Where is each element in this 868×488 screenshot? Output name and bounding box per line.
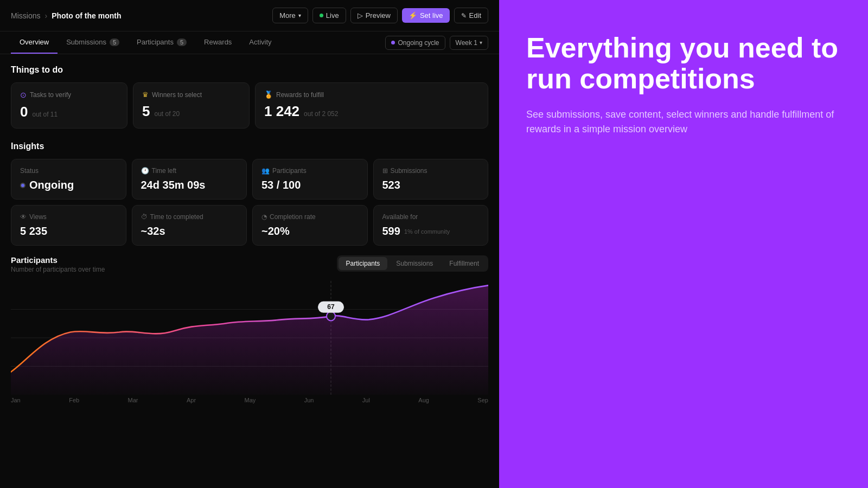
- status-value: Ongoing: [20, 179, 117, 191]
- tab-submissions[interactable]: Submissions 5: [58, 31, 128, 54]
- tab-rewards[interactable]: Rewards: [195, 31, 240, 54]
- month-mar: Mar: [128, 397, 138, 403]
- tasks-value: 0 out of 11: [20, 104, 118, 120]
- todo-card-rewards: 🏅 Rewards to fulfill 1 242 out of 2 052: [255, 82, 488, 129]
- clock-icon: 🕐: [141, 167, 149, 175]
- preview-button[interactable]: ▷ Preview: [350, 8, 398, 23]
- chart-tooltip-dot: [327, 312, 335, 321]
- cycle-dot-icon: [391, 41, 395, 44]
- clock2-icon: ⏱: [141, 213, 148, 221]
- grid-icon: ⊞: [382, 167, 388, 175]
- month-apr: Apr: [187, 397, 196, 403]
- week-button[interactable]: Week 1 ▾: [450, 36, 488, 50]
- left-panel: Missions › Photo of the month More ▾ Liv…: [0, 0, 499, 488]
- tabs-bar: Overview Submissions 5 Participants 5 Re…: [0, 31, 499, 54]
- insights-row1: Status Ongoing 🕐 Time left 24d 35m 09s: [11, 159, 488, 200]
- chart-subtitle: Number of participants over time: [11, 266, 105, 273]
- submissions-label: ⊞ Submissions: [382, 167, 480, 175]
- status-dot-icon: [20, 183, 25, 188]
- pie-icon: ◔: [261, 213, 267, 221]
- pencil-icon: ✎: [461, 12, 467, 20]
- views-value: 5 235: [20, 225, 117, 237]
- month-may: May: [244, 397, 256, 403]
- play-icon: ▷: [358, 11, 363, 20]
- tab-overview-label: Overview: [20, 38, 49, 46]
- check-circle-icon: ⊙: [20, 91, 27, 99]
- chevron-down-icon: ▾: [298, 12, 301, 18]
- set-live-label: Set live: [420, 11, 443, 20]
- eye-icon: 👁: [20, 213, 27, 221]
- tab-overview[interactable]: Overview: [11, 31, 58, 54]
- tab-submissions-badge: 5: [110, 38, 119, 46]
- chart-tooltip-value: 67: [327, 303, 334, 311]
- users-icon: 👥: [261, 167, 270, 175]
- live-label: Live: [326, 11, 339, 20]
- breadcrumb-current: Photo of the month: [52, 11, 121, 20]
- todo-card-winners: ♛ Winners to select 5 out of 20: [133, 82, 250, 129]
- month-aug: Aug: [418, 397, 429, 403]
- month-sep: Sep: [477, 397, 488, 403]
- insights-row2: 👁 Views 5 235 ⏱ Time to completed ~32s: [11, 205, 488, 246]
- set-live-button[interactable]: ⚡ Set live: [402, 8, 450, 23]
- winners-value: 5 out of 20: [142, 103, 240, 120]
- right-panel: Everything you need to run competitions …: [499, 0, 868, 488]
- live-button[interactable]: Live: [312, 8, 346, 23]
- todo-grid: ⊙ Tasks to verify 0 out of 11 ♛ Winners …: [11, 82, 488, 129]
- live-dot-icon: [320, 14, 323, 17]
- tab-participants[interactable]: Participants 5: [128, 31, 195, 54]
- tab-submissions-label: Submissions: [66, 38, 106, 46]
- tab-participants-badge: 5: [177, 38, 187, 46]
- insight-timeleft: 🕐 Time left 24d 35m 09s: [132, 159, 247, 200]
- insight-available: Available for 599 1% of community: [373, 205, 489, 246]
- insight-participants: 👥 Participants 53 / 100: [252, 159, 368, 200]
- insight-submissions: ⊞ Submissions 523: [373, 159, 489, 200]
- month-labels: Jan Feb Mar Apr May Jun Jul Aug Sep: [11, 395, 488, 403]
- participants-value: 53 / 100: [261, 179, 359, 191]
- chart-tabs: Participants Submissions Fulfillment: [337, 255, 488, 272]
- edit-button[interactable]: ✎ Edit: [454, 8, 488, 23]
- available-label: Available for: [382, 213, 480, 221]
- time-completed-label: ⏱ Time to completed: [141, 213, 238, 221]
- edit-label: Edit: [469, 11, 481, 20]
- more-button[interactable]: More ▾: [272, 8, 308, 23]
- month-jun: Jun: [304, 397, 314, 403]
- timeleft-value: 24d 35m 09s: [141, 179, 238, 191]
- tab-activity[interactable]: Activity: [240, 31, 280, 54]
- insight-views: 👁 Views 5 235: [11, 205, 126, 246]
- todo-card-tasks: ⊙ Tasks to verify 0 out of 11: [11, 82, 127, 129]
- month-feb: Feb: [69, 397, 79, 403]
- chart-container: 67: [11, 281, 488, 395]
- header: Missions › Photo of the month More ▾ Liv…: [0, 0, 499, 31]
- views-label: 👁 Views: [20, 213, 117, 221]
- things-to-do-title: Things to do: [11, 65, 488, 75]
- tab-activity-label: Activity: [249, 38, 271, 46]
- chart-title-block: Participants Number of participants over…: [11, 255, 105, 273]
- chart-tab-submissions[interactable]: Submissions: [388, 257, 441, 270]
- crown-icon: ♛: [142, 91, 149, 99]
- promo-heading: Everything you need to run competitions: [526, 33, 841, 94]
- winners-label: ♛ Winners to select: [142, 91, 240, 99]
- rewards-value: 1 242 out of 2 052: [264, 103, 479, 120]
- promo-description: See submissions, save content, select wi…: [526, 107, 841, 137]
- chart-svg: 67: [11, 281, 488, 395]
- breadcrumb-parent[interactable]: Missions: [11, 11, 40, 20]
- insight-completion-rate: ◔ Completion rate ~20%: [252, 205, 368, 246]
- medal-icon: 🏅: [264, 91, 273, 99]
- week-label: Week 1: [456, 39, 477, 47]
- chart-tab-participants[interactable]: Participants: [339, 257, 388, 270]
- cycle-badge: Ongoing cycle: [385, 36, 445, 50]
- more-label: More: [279, 11, 296, 20]
- timeleft-label: 🕐 Time left: [141, 167, 238, 175]
- header-actions: More ▾ Live ▷ Preview ⚡ Set live ✎ Edit: [272, 8, 488, 23]
- breadcrumb: Missions › Photo of the month: [11, 11, 121, 20]
- chart-section: Participants Number of participants over…: [11, 255, 488, 403]
- month-jul: Jul: [362, 397, 370, 403]
- chart-tab-fulfillment[interactable]: Fulfillment: [442, 257, 487, 270]
- tasks-label: ⊙ Tasks to verify: [20, 91, 118, 99]
- rewards-label: 🏅 Rewards to fulfill: [264, 91, 479, 99]
- time-completed-value: ~32s: [141, 225, 238, 237]
- available-value: 599 1% of community: [382, 225, 480, 237]
- tab-participants-label: Participants: [137, 38, 174, 46]
- tabs-list: Overview Submissions 5 Participants 5 Re…: [11, 31, 280, 54]
- lightning-icon: ⚡: [409, 11, 417, 20]
